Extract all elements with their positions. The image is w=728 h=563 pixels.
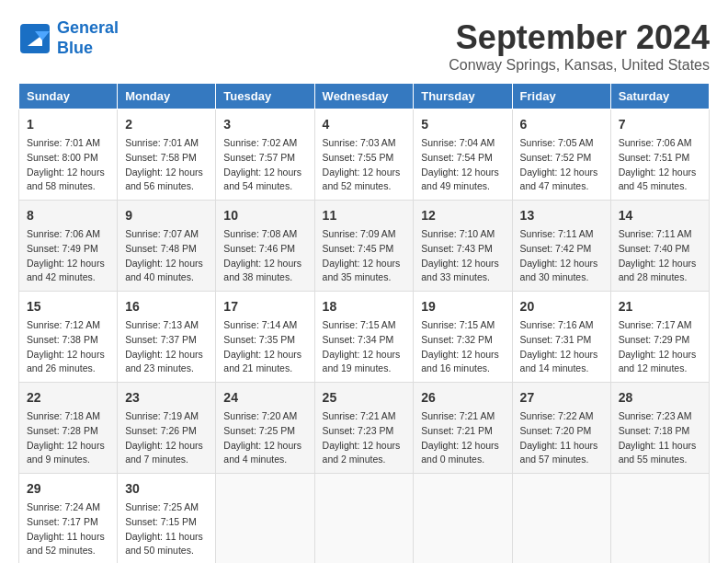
day-number: 5: [421, 115, 504, 134]
table-row: 3 Sunrise: 7:02 AM Sunset: 7:57 PM Dayli…: [216, 109, 314, 201]
day-number: 6: [520, 115, 603, 134]
day-number: 1: [27, 115, 109, 134]
header-sunday: Sunday: [19, 84, 118, 109]
day-number: 9: [125, 206, 208, 225]
page-header: General Blue September 2024 Conway Sprin…: [18, 18, 710, 74]
day-info: Sunrise: 7:01 AM Sunset: 8:00 PM Dayligh…: [27, 136, 109, 194]
day-number: 16: [125, 297, 208, 316]
day-number: 18: [323, 297, 406, 316]
day-info: Sunrise: 7:15 AM Sunset: 7:34 PM Dayligh…: [323, 318, 406, 376]
day-info: Sunrise: 7:14 AM Sunset: 7:35 PM Dayligh…: [223, 318, 306, 376]
day-number: 24: [223, 388, 306, 408]
table-row: 22 Sunrise: 7:18 AM Sunset: 7:28 PM Dayl…: [19, 383, 118, 474]
day-number: 2: [125, 115, 208, 134]
day-info: Sunrise: 7:11 AM Sunset: 7:42 PM Dayligh…: [520, 227, 603, 285]
logo-icon: [18, 22, 51, 55]
table-row: 16 Sunrise: 7:13 AM Sunset: 7:37 PM Dayl…: [118, 292, 216, 383]
header-saturday: Saturday: [610, 84, 709, 109]
day-info: Sunrise: 7:06 AM Sunset: 7:49 PM Dayligh…: [27, 227, 109, 285]
table-row: [414, 474, 512, 564]
day-number: 30: [125, 479, 208, 499]
day-info: Sunrise: 7:22 AM Sunset: 7:20 PM Dayligh…: [520, 409, 603, 467]
calendar-row: 8 Sunrise: 7:06 AM Sunset: 7:49 PM Dayli…: [19, 201, 710, 292]
day-info: Sunrise: 7:03 AM Sunset: 7:55 PM Dayligh…: [323, 136, 406, 194]
day-info: Sunrise: 7:07 AM Sunset: 7:48 PM Dayligh…: [125, 227, 208, 285]
table-row: 9 Sunrise: 7:07 AM Sunset: 7:48 PM Dayli…: [118, 201, 216, 292]
logo: General Blue: [18, 18, 119, 58]
calendar-row: 15 Sunrise: 7:12 AM Sunset: 7:38 PM Dayl…: [19, 292, 710, 383]
calendar-header-row: Sunday Monday Tuesday Wednesday Thursday…: [19, 84, 710, 109]
table-row: 6 Sunrise: 7:05 AM Sunset: 7:52 PM Dayli…: [512, 109, 610, 201]
day-info: Sunrise: 7:01 AM Sunset: 7:58 PM Dayligh…: [125, 136, 208, 194]
day-number: 8: [27, 206, 109, 225]
table-row: 26 Sunrise: 7:21 AM Sunset: 7:21 PM Dayl…: [414, 383, 512, 474]
day-info: Sunrise: 7:19 AM Sunset: 7:26 PM Dayligh…: [125, 409, 208, 467]
day-number: 3: [223, 115, 306, 134]
day-info: Sunrise: 7:02 AM Sunset: 7:57 PM Dayligh…: [223, 136, 306, 194]
table-row: 29 Sunrise: 7:24 AM Sunset: 7:17 PM Dayl…: [19, 474, 118, 564]
calendar-table: Sunday Monday Tuesday Wednesday Thursday…: [18, 83, 710, 563]
table-row: 20 Sunrise: 7:16 AM Sunset: 7:31 PM Dayl…: [512, 292, 610, 383]
table-row: 30 Sunrise: 7:25 AM Sunset: 7:15 PM Dayl…: [118, 474, 216, 564]
day-info: Sunrise: 7:23 AM Sunset: 7:18 PM Dayligh…: [619, 409, 701, 467]
table-row: 15 Sunrise: 7:12 AM Sunset: 7:38 PM Dayl…: [19, 292, 118, 383]
day-info: Sunrise: 7:09 AM Sunset: 7:45 PM Dayligh…: [323, 227, 406, 285]
day-number: 28: [619, 388, 701, 408]
day-info: Sunrise: 7:21 AM Sunset: 7:23 PM Dayligh…: [323, 409, 406, 467]
day-number: 20: [520, 297, 603, 316]
day-info: Sunrise: 7:24 AM Sunset: 7:17 PM Dayligh…: [27, 500, 109, 558]
day-number: 13: [520, 206, 603, 225]
day-number: 4: [323, 115, 406, 134]
table-row: 18 Sunrise: 7:15 AM Sunset: 7:34 PM Dayl…: [314, 292, 414, 383]
page-container: General Blue September 2024 Conway Sprin…: [18, 18, 710, 563]
day-info: Sunrise: 7:12 AM Sunset: 7:38 PM Dayligh…: [27, 318, 109, 376]
day-number: 12: [421, 206, 504, 225]
logo-blue: Blue: [57, 39, 93, 57]
header-tuesday: Tuesday: [216, 84, 314, 109]
day-info: Sunrise: 7:17 AM Sunset: 7:29 PM Dayligh…: [619, 318, 701, 376]
month-title: September 2024: [449, 18, 710, 57]
table-row: 21 Sunrise: 7:17 AM Sunset: 7:29 PM Dayl…: [610, 292, 709, 383]
day-info: Sunrise: 7:25 AM Sunset: 7:15 PM Dayligh…: [125, 500, 208, 558]
day-number: 23: [125, 388, 208, 408]
day-info: Sunrise: 7:20 AM Sunset: 7:25 PM Dayligh…: [223, 409, 306, 467]
day-info: Sunrise: 7:10 AM Sunset: 7:43 PM Dayligh…: [421, 227, 504, 285]
day-info: Sunrise: 7:06 AM Sunset: 7:51 PM Dayligh…: [619, 136, 701, 194]
table-row: 13 Sunrise: 7:11 AM Sunset: 7:42 PM Dayl…: [512, 201, 610, 292]
day-info: Sunrise: 7:16 AM Sunset: 7:31 PM Dayligh…: [520, 318, 603, 376]
day-info: Sunrise: 7:21 AM Sunset: 7:21 PM Dayligh…: [421, 409, 504, 467]
day-info: Sunrise: 7:13 AM Sunset: 7:37 PM Dayligh…: [125, 318, 208, 376]
table-row: 28 Sunrise: 7:23 AM Sunset: 7:18 PM Dayl…: [610, 383, 709, 474]
day-number: 25: [323, 388, 406, 408]
day-number: 26: [421, 388, 504, 408]
day-number: 7: [619, 115, 701, 134]
calendar-row: 29 Sunrise: 7:24 AM Sunset: 7:17 PM Dayl…: [19, 474, 710, 564]
table-row: 1 Sunrise: 7:01 AM Sunset: 8:00 PM Dayli…: [19, 109, 118, 201]
table-row: [512, 474, 610, 564]
table-row: [314, 474, 414, 564]
table-row: [610, 474, 709, 564]
table-row: 10 Sunrise: 7:08 AM Sunset: 7:46 PM Dayl…: [216, 201, 314, 292]
calendar-row: 22 Sunrise: 7:18 AM Sunset: 7:28 PM Dayl…: [19, 383, 710, 474]
table-row: 14 Sunrise: 7:11 AM Sunset: 7:40 PM Dayl…: [610, 201, 709, 292]
table-row: [216, 474, 314, 564]
table-row: 4 Sunrise: 7:03 AM Sunset: 7:55 PM Dayli…: [314, 109, 414, 201]
table-row: 5 Sunrise: 7:04 AM Sunset: 7:54 PM Dayli…: [414, 109, 512, 201]
header-friday: Friday: [512, 84, 610, 109]
table-row: 24 Sunrise: 7:20 AM Sunset: 7:25 PM Dayl…: [216, 383, 314, 474]
header-wednesday: Wednesday: [314, 84, 414, 109]
logo-text: General Blue: [57, 18, 119, 58]
header-thursday: Thursday: [414, 84, 512, 109]
day-info: Sunrise: 7:05 AM Sunset: 7:52 PM Dayligh…: [520, 136, 603, 194]
day-number: 10: [223, 206, 306, 225]
table-row: 7 Sunrise: 7:06 AM Sunset: 7:51 PM Dayli…: [610, 109, 709, 201]
day-info: Sunrise: 7:08 AM Sunset: 7:46 PM Dayligh…: [223, 227, 306, 285]
header-monday: Monday: [118, 84, 216, 109]
svg-rect-0: [20, 24, 50, 53]
day-info: Sunrise: 7:15 AM Sunset: 7:32 PM Dayligh…: [421, 318, 504, 376]
table-row: 2 Sunrise: 7:01 AM Sunset: 7:58 PM Dayli…: [118, 109, 216, 201]
table-row: 27 Sunrise: 7:22 AM Sunset: 7:20 PM Dayl…: [512, 383, 610, 474]
calendar-row: 1 Sunrise: 7:01 AM Sunset: 8:00 PM Dayli…: [19, 109, 710, 201]
logo-general: General: [57, 18, 119, 37]
table-row: 19 Sunrise: 7:15 AM Sunset: 7:32 PM Dayl…: [414, 292, 512, 383]
